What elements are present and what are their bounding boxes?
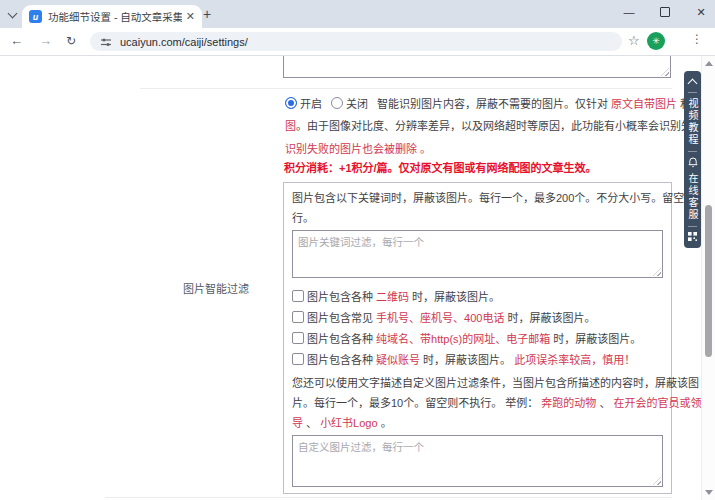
bell-icon	[688, 157, 698, 168]
section-divider	[105, 497, 672, 498]
page-scrollbar[interactable]	[701, 56, 715, 500]
custom-textarea-wrap	[292, 435, 663, 487]
video-tutorial-link[interactable]: 视频教程	[684, 98, 701, 146]
scroll-up-arrow-icon[interactable]	[705, 61, 713, 66]
keyword-textarea-wrap	[292, 230, 663, 278]
custom-filter-desc-line1: 您还可以使用文字描述自定义图片过滤条件，当图片包含所描述的内容时，屏蔽该图	[292, 373, 663, 393]
site-favicon-icon: u	[29, 10, 42, 23]
custom-filter-desc: 您还可以使用文字描述自定义图片过滤条件，当图片包含所描述的内容时，屏蔽该图 片。…	[292, 373, 663, 433]
url-checkbox[interactable]	[292, 332, 304, 344]
window-maximize-button[interactable]	[659, 6, 671, 18]
checkbox-row-phone: 图片包含常见 手机号、座机号、400电话 时，屏蔽该图片。	[292, 306, 663, 327]
smart-filter-desc-line2: 图 。由于图像对比度、分辨率差异，以及网络超时等原因，此功能有小概率会识别失败，	[285, 114, 702, 136]
scroll-down-arrow-icon[interactable]	[705, 490, 713, 495]
checkbox-label: 图片包含各种 疑似账号 时，屏蔽该图片。 此项误杀率较高，慎用！	[307, 351, 635, 367]
address-bar[interactable]: ucaiyun.com/caiji/settings/	[90, 32, 622, 51]
online-service-link[interactable]: 在线客服	[684, 173, 701, 221]
keyword-filter-desc: 图片包含以下关键词时，屏蔽该图片。每行一个，最多200个。不分大小写。留空则不执	[292, 188, 663, 208]
floating-side-toolbar: 视频教程 在线客服	[684, 71, 701, 248]
browser-menu-button[interactable]: ⋮	[691, 33, 703, 46]
custom-filter-desc-line2: 片。每行一个，最多10个。留空则不执行。 举例： 奔跑的动物 、 在开会的官员或…	[292, 393, 663, 413]
url-text: ucaiyun.com/caiji/settings/	[120, 36, 248, 48]
checkbox-row-account: 图片包含各种 疑似账号 时，屏蔽该图片。 此项误杀率较高，慎用！	[292, 348, 663, 369]
image-filter-panel: 图片包含以下关键词时，屏蔽该图片。每行一个，最多200个。不分大小写。留空则不执…	[283, 182, 672, 494]
checkbox-row-url: 图片包含各种 纯域名、带http(s)的网址、电子邮箱 时，屏蔽该图片。	[292, 327, 663, 348]
scrollbar-thumb[interactable]	[705, 205, 712, 357]
checkbox-label: 图片包含各种 二维码 时，屏蔽该图片。	[307, 288, 500, 304]
tab-title: 功能细节设置 - 自动文章采集平台	[48, 9, 182, 24]
radio-on[interactable]	[285, 97, 297, 109]
collapse-chevron-up-icon[interactable]	[689, 78, 696, 87]
custom-filter-textarea[interactable]	[292, 435, 663, 487]
checkbox-label: 图片包含常见 手机号、座机号、400电话 时，屏蔽该图片。	[307, 309, 595, 325]
checkbox-row-qrcode: 图片包含各种 二维码 时，屏蔽该图片。	[292, 285, 663, 306]
site-info-icon[interactable]	[100, 36, 112, 48]
reload-button[interactable]: ↻	[66, 33, 76, 49]
qrcode-checkbox[interactable]	[292, 290, 304, 302]
back-button[interactable]: ←	[10, 33, 23, 49]
tab-close-button[interactable]: ✕	[186, 11, 195, 22]
filter-checkbox-list: 图片包含各种 二维码 时，屏蔽该图片。 图片包含常见 手机号、座机号、400电话…	[292, 285, 663, 369]
image-smart-filter-label: 图片智能过滤	[183, 280, 249, 296]
smart-filter-radio-row: 开启 关闭 智能识别图片内容，屏蔽不需要的图片。仅针对 原文自带图片 和 网络配	[285, 92, 702, 114]
previous-setting-textarea[interactable]	[283, 56, 671, 78]
radio-off[interactable]	[331, 97, 343, 109]
window-minimize-button[interactable]: —	[623, 6, 635, 18]
new-tab-button[interactable]: +	[199, 6, 215, 22]
sidebar-divider	[688, 226, 697, 227]
keyword-filter-desc-cont: 行。	[292, 208, 663, 228]
account-checkbox[interactable]	[292, 353, 304, 365]
keyword-filter-textarea[interactable]	[292, 230, 663, 278]
smart-filter-desc-line3: 识别失败的图片也会被删除 。	[285, 137, 431, 159]
radio-off-label[interactable]: 关闭	[346, 95, 368, 111]
sidebar-divider	[688, 151, 697, 152]
checkbox-label: 图片包含各种 纯域名、带http(s)的网址、电子邮箱 时，屏蔽该图片。	[307, 330, 641, 346]
previous-setting-textarea-wrap	[283, 56, 671, 78]
bookmark-star-button[interactable]: ☆	[628, 34, 640, 47]
points-cost-note: 积分消耗：+1积分/篇。仅对原文有图或有网络配图的文章生效。	[284, 159, 597, 175]
forward-button[interactable]: →	[39, 33, 52, 49]
browser-tab[interactable]: u 功能细节设置 - 自动文章采集平台 ✕	[22, 5, 202, 28]
sidebar-divider	[688, 92, 697, 93]
settings-page: 开启 关闭 智能识别图片内容，屏蔽不需要的图片。仅针对 原文自带图片 和 网络配…	[0, 56, 702, 500]
tab-search-chevron-icon[interactable]	[9, 10, 16, 17]
section-divider	[140, 88, 672, 89]
phone-checkbox[interactable]	[292, 311, 304, 323]
browser-tab-strip: u 功能细节设置 - 自动文章采集平台 ✕ + — ✕	[0, 0, 715, 28]
qr-code-icon[interactable]	[688, 232, 697, 241]
browser-toolbar: ← → ↻ ucaiyun.com/caiji/settings/ ☆ ✳ ⋮	[0, 28, 715, 56]
browser-window: u 功能细节设置 - 自动文章采集平台 ✕ + — ✕ ← → ↻ ucaiyu…	[0, 0, 715, 500]
window-close-button[interactable]: ✕	[695, 6, 707, 18]
smart-filter-desc-line1: 智能识别图片内容，屏蔽不需要的图片。仅针对 原文自带图片 和 网络配	[377, 95, 702, 111]
custom-filter-desc-line3: 导 、 小红书Logo 。	[292, 413, 663, 433]
profile-avatar[interactable]: ✳	[647, 32, 665, 50]
radio-on-label[interactable]: 开启	[300, 95, 322, 111]
